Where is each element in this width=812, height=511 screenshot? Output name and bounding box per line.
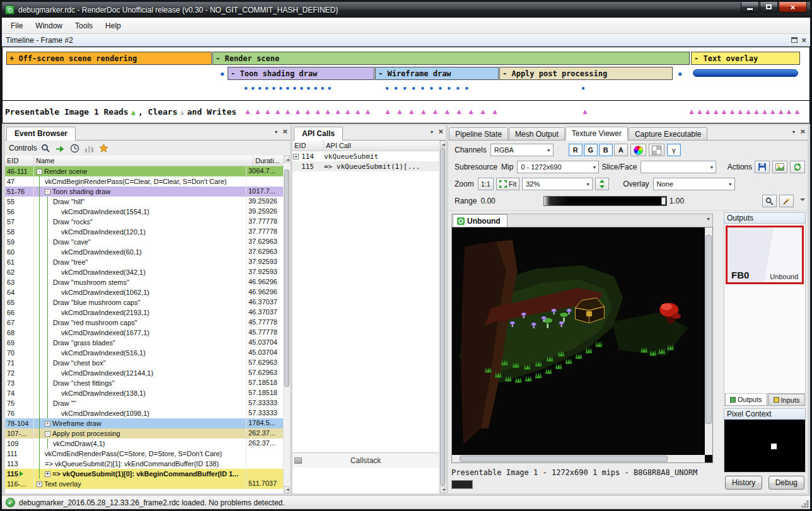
channels-dropdown[interactable]: RGBA ▼ xyxy=(490,144,554,156)
event-row[interactable]: 62 vkCmdDrawIndexed(342,1) 37.92593 xyxy=(5,267,283,277)
slice-face-dropdown[interactable]: ▼ xyxy=(641,161,716,173)
event-row[interactable]: 64 vkCmdDrawIndexed(1062,1) 46.96296 xyxy=(5,287,283,297)
event-browser-scrollbar[interactable] xyxy=(283,156,290,493)
timeline-marker-bar[interactable]: - Toon shading draw xyxy=(228,67,374,80)
event-row[interactable]: 65 Draw "blue mushroom caps" 46.37037 xyxy=(5,297,283,307)
autofit-range-button[interactable] xyxy=(779,195,794,207)
scroll-thumb[interactable] xyxy=(460,456,668,462)
write-triangle-group[interactable]: ▲▲▲▲▲▲▲▲▲▲▲▲▲ xyxy=(244,101,374,122)
channel-button[interactable]: A xyxy=(614,144,628,156)
custom-display-button[interactable] xyxy=(630,144,646,156)
event-row[interactable]: 60 vkCmdDrawIndexed(60,1) 37.62963 xyxy=(5,247,283,257)
menu-item[interactable]: Help xyxy=(99,19,127,33)
timeline-marker-bar[interactable]: - Render scene xyxy=(212,52,690,65)
thumbnail-tab[interactable]: Outputs xyxy=(725,393,767,405)
menu-item[interactable]: Tools xyxy=(69,19,99,33)
texture-horizontal-scrollbar[interactable] xyxy=(452,455,705,462)
range-handle[interactable] xyxy=(661,197,666,205)
panel-menu-icon[interactable]: ▼ xyxy=(429,130,434,134)
tab-api-calls[interactable]: API Calls xyxy=(294,127,343,141)
fb0-thumbnail[interactable]: FB0 Unbound xyxy=(726,226,804,284)
minimize-button[interactable] xyxy=(741,2,759,13)
event-row[interactable]: 55 Draw "hill" 39.25926 xyxy=(5,197,283,207)
flip-y-button[interactable] xyxy=(595,178,609,190)
event-row[interactable]: 46-111 -Render scene 3064.7... xyxy=(5,166,283,176)
event-row[interactable]: 113 => vkQueueSubmit(2)[1]: vkEndCommand… xyxy=(5,459,283,469)
scroll-down-icon[interactable] xyxy=(284,486,289,493)
timeline-event-range-bar[interactable] xyxy=(693,69,798,77)
close-button[interactable]: × xyxy=(779,2,807,13)
open-texture-list-button[interactable] xyxy=(772,161,787,173)
write-triangle-group[interactable]: ▲▲▲▲▲▲▲▲▲▲ xyxy=(384,101,503,122)
event-row[interactable]: 67 Draw "red mushroom caps" 45.77778 xyxy=(5,318,283,328)
fit-button[interactable]: Fit xyxy=(496,178,519,190)
expander-icon[interactable]: + xyxy=(293,154,299,159)
expander-icon[interactable]: - xyxy=(45,431,50,437)
event-row[interactable]: 115 +=> vkQueueSubmit(1)[0]: vkBeginComm… xyxy=(5,469,283,479)
history-button[interactable]: History xyxy=(725,476,762,490)
event-row[interactable]: 109 vkCmdDraw(4,1) 262.37... xyxy=(5,439,283,449)
range-slider[interactable] xyxy=(543,196,667,206)
find-icon[interactable] xyxy=(40,142,52,154)
resize-grip[interactable] xyxy=(801,500,809,508)
event-row[interactable]: 69 Draw "grass blades" 45.03704 xyxy=(5,338,283,348)
panel-tab[interactable]: Capture Executable xyxy=(629,127,707,141)
toolbar-overflow-icon[interactable] xyxy=(800,198,805,204)
event-row[interactable]: 71 Draw "chest box" 57.62963 xyxy=(5,358,283,368)
texture-vertical-scrollbar[interactable] xyxy=(705,227,712,455)
api-call-row[interactable]: + 114 vkQueueSubmit xyxy=(293,151,439,161)
expander-icon[interactable]: + xyxy=(37,481,42,487)
menu-item[interactable]: File xyxy=(4,19,29,33)
zoom-1to1-button[interactable]: 1:1 xyxy=(478,178,494,190)
event-row[interactable]: 76 vkCmdDrawIndexed(1098,1) 57.33333 xyxy=(5,408,283,418)
timeline-marker-bar[interactable]: - Apply post processing xyxy=(499,67,673,80)
event-row[interactable]: 47 vkCmdBeginRenderPass(C=Clear, D=Clear… xyxy=(5,176,283,187)
close-panel-icon[interactable]: × xyxy=(282,129,287,135)
expander-icon[interactable]: - xyxy=(45,189,50,195)
draw-event-dot[interactable]: ● xyxy=(220,67,224,80)
tab-event-browser[interactable]: Event Browser xyxy=(6,127,76,141)
goto-eid-icon[interactable] xyxy=(55,142,66,154)
event-row[interactable]: 116-... +Text overlay 511.7037 xyxy=(5,479,283,489)
write-triangle-group[interactable]: ▲▲▲▲▲▲▲▲▲▲▲▲▲▲ xyxy=(688,101,801,122)
pixel-context-view[interactable] xyxy=(724,420,806,473)
gamma-button[interactable]: γ xyxy=(667,144,681,156)
event-row[interactable]: 63 Draw "mushroom stems" 46.96296 xyxy=(5,277,283,287)
timeline-marker-bar[interactable]: - Wireframe draw xyxy=(375,67,499,80)
bookmark-icon[interactable] xyxy=(98,142,110,154)
timeline[interactable]: + Off-screen scene rendering- Render sce… xyxy=(2,47,810,123)
write-triangle-group[interactable]: ▲ xyxy=(581,101,589,122)
refresh-icon-button[interactable] xyxy=(790,161,805,173)
draw-dot-group[interactable]: ●●●●●●●●●● xyxy=(385,83,473,93)
close-panel-icon[interactable]: × xyxy=(438,129,443,135)
title-bar[interactable]: debugmarker.rdc - RenderDoc Unofficial r… xyxy=(2,2,810,18)
expander-icon[interactable]: - xyxy=(37,169,42,175)
scroll-up-icon[interactable] xyxy=(284,156,289,163)
close-panel-icon[interactable]: × xyxy=(800,129,805,135)
channel-button[interactable]: G xyxy=(584,144,598,156)
event-row[interactable]: 70 vkCmdDrawIndexed(516,1) 45.03704 xyxy=(5,348,283,358)
timeline-marker-bar[interactable]: - Text overlay xyxy=(691,52,800,65)
time-draws-icon[interactable] xyxy=(69,142,81,154)
texture-display[interactable] xyxy=(451,227,713,463)
zoom-range-button[interactable] xyxy=(762,195,777,207)
event-row[interactable]: 74 vkCmdDrawIndexed(138,1) 57.18518 xyxy=(5,388,283,398)
event-row[interactable]: 73 Draw "chest fittings" 57.18518 xyxy=(5,378,283,388)
thumbnail-tab[interactable]: Inputs xyxy=(768,394,805,405)
overlay-dropdown[interactable]: None ▼ xyxy=(653,178,735,190)
panel-menu-icon[interactable]: ▼ xyxy=(791,130,796,134)
texture-list-dropdown-icon[interactable]: ▼ xyxy=(706,217,710,221)
event-row[interactable]: 72 vkCmdDrawIndexed(12144,1) 57.62963 xyxy=(5,368,283,378)
panel-menu-icon[interactable]: ▼ xyxy=(274,130,278,134)
event-row[interactable]: 68 vkCmdDrawIndexed(1677,1) 45.77778 xyxy=(5,328,283,338)
panel-tab[interactable]: Mesh Output xyxy=(509,127,565,141)
scroll-thumb[interactable] xyxy=(705,235,712,424)
column-eid[interactable]: EID xyxy=(293,141,324,151)
alpha-background-button[interactable] xyxy=(649,144,664,156)
event-row[interactable]: 56 vkCmdDrawIndexed(1554,1) 39.25926 xyxy=(5,207,283,217)
column-name[interactable]: Name xyxy=(34,156,253,166)
float-panel-icon[interactable] xyxy=(791,37,798,43)
column-eid[interactable]: EID xyxy=(5,156,34,166)
event-row[interactable]: 107-... -Apply post processing 262.37... xyxy=(5,428,283,439)
api-calls-scrollbar[interactable] xyxy=(439,141,446,493)
